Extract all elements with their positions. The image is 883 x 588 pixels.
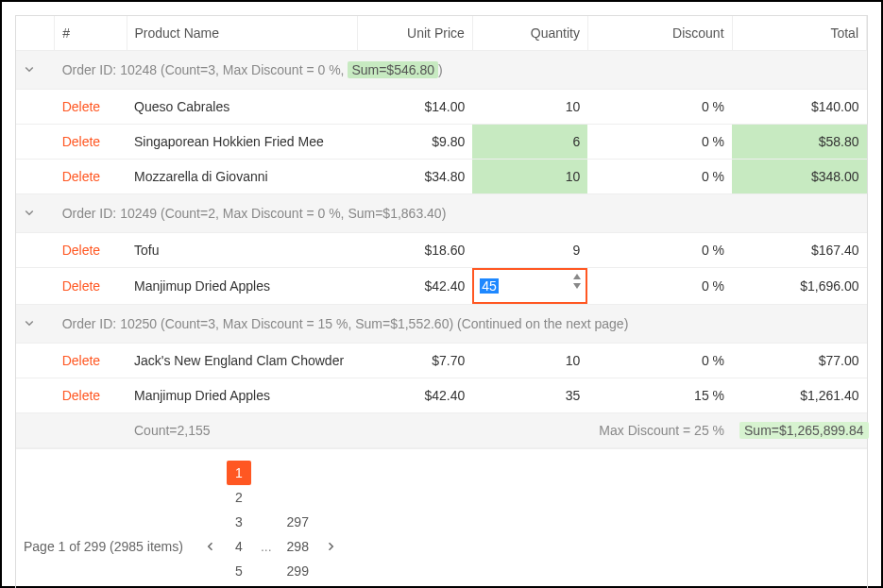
table-row: DeleteTofu$18.6090 %$167.40 bbox=[16, 233, 867, 268]
col-expand-header bbox=[16, 16, 55, 51]
pager-page-3[interactable]: 3 bbox=[227, 510, 251, 534]
total-cell[interactable]: $77.00 bbox=[732, 344, 866, 378]
disc-cell[interactable]: 0 % bbox=[587, 90, 732, 125]
qty-cell[interactable]: 35 bbox=[472, 378, 587, 413]
total-cell[interactable]: $167.40 bbox=[732, 233, 866, 268]
chevron-down-icon bbox=[24, 317, 35, 328]
price-cell[interactable]: $42.40 bbox=[357, 268, 472, 305]
pager-next[interactable] bbox=[318, 534, 343, 559]
delete-link[interactable]: Delete bbox=[62, 169, 100, 184]
delete-cell: Delete bbox=[55, 268, 127, 305]
pager-prev[interactable] bbox=[198, 534, 223, 559]
expand-cell[interactable] bbox=[16, 305, 55, 344]
total-cell[interactable]: $58.80 bbox=[732, 125, 866, 160]
name-cell[interactable]: Mozzarella di Giovanni bbox=[127, 160, 357, 194]
expand-spacer bbox=[16, 344, 55, 378]
col-total-header[interactable]: Total bbox=[732, 16, 866, 51]
summary-row: Count=2,155Max Discount = 25 %Sum=$1,265… bbox=[16, 413, 867, 448]
group-header-row[interactable]: Order ID: 10249 (Count=2, Max Discount =… bbox=[16, 194, 867, 233]
expand-spacer bbox=[16, 233, 55, 268]
col-action-header[interactable]: # bbox=[55, 16, 127, 51]
qty-editor[interactable]: 45 bbox=[472, 268, 587, 304]
summary-sum: Sum=$1,265,899.84 bbox=[739, 422, 869, 439]
pager-page-6[interactable]: 6 bbox=[227, 583, 251, 588]
table-header: # Product Name Unit Price Quantity Disco… bbox=[16, 16, 867, 51]
qty-cell[interactable]: 10 bbox=[472, 160, 587, 194]
delete-cell: Delete bbox=[55, 160, 127, 194]
delete-link[interactable]: Delete bbox=[62, 99, 100, 114]
app-frame: # Product Name Unit Price Quantity Disco… bbox=[0, 0, 883, 588]
group-header-row[interactable]: Order ID: 10248 (Count=3, Max Discount =… bbox=[16, 51, 867, 90]
name-cell[interactable]: Tofu bbox=[127, 233, 357, 268]
group-header-row[interactable]: Order ID: 10250 (Count=3, Max Discount =… bbox=[16, 305, 867, 344]
qty-cell[interactable]: 10 bbox=[472, 344, 587, 378]
disc-cell[interactable]: 0 % bbox=[587, 233, 732, 268]
name-cell[interactable]: Singaporean Hokkien Fried Mee bbox=[127, 125, 357, 160]
expand-spacer bbox=[16, 268, 55, 305]
col-price-header[interactable]: Unit Price bbox=[357, 16, 472, 51]
price-cell[interactable]: $9.80 bbox=[357, 125, 472, 160]
col-disc-header[interactable]: Discount bbox=[587, 16, 732, 51]
price-cell[interactable]: $42.40 bbox=[357, 378, 472, 413]
qty-cell[interactable]: 10 bbox=[472, 90, 587, 125]
chevron-down-icon bbox=[24, 63, 35, 75]
name-cell[interactable]: Manjimup Dried Apples bbox=[127, 378, 357, 413]
disc-cell[interactable]: 0 % bbox=[587, 160, 732, 194]
summary-sum-cell: Sum=$1,265,899.84 bbox=[732, 413, 866, 448]
qty-cell[interactable]: 6 bbox=[472, 125, 587, 160]
table-row: DeleteSingaporean Hokkien Fried Mee$9.80… bbox=[16, 125, 867, 160]
price-cell[interactable]: $18.60 bbox=[357, 233, 472, 268]
disc-cell[interactable]: 0 % bbox=[587, 268, 732, 305]
total-cell[interactable]: $348.00 bbox=[732, 160, 866, 194]
table-row: DeleteQueso Cabrales$14.00100 %$140.00 bbox=[16, 90, 867, 125]
disc-cell[interactable]: 15 % bbox=[587, 378, 732, 413]
qty-cell[interactable]: 9 bbox=[472, 233, 587, 268]
name-cell[interactable]: Manjimup Dried Apples bbox=[127, 268, 357, 305]
pager-ellipsis: ... bbox=[255, 539, 278, 554]
pager-page-5[interactable]: 5 bbox=[227, 559, 251, 583]
table-row: DeleteJack's New England Clam Chowder$7.… bbox=[16, 344, 867, 378]
price-cell[interactable]: $34.80 bbox=[357, 160, 472, 194]
table-row: DeleteManjimup Dried Apples$42.40450 %$1… bbox=[16, 268, 867, 305]
col-name-header[interactable]: Product Name bbox=[127, 16, 357, 51]
pager-page-297[interactable]: 297 bbox=[281, 510, 314, 534]
delete-link[interactable]: Delete bbox=[62, 278, 100, 294]
price-cell[interactable]: $14.00 bbox=[357, 90, 472, 125]
group-sum-highlight: Sum=$546.80 bbox=[348, 61, 438, 78]
pager-page-299[interactable]: 299 bbox=[281, 559, 314, 583]
data-table: # Product Name Unit Price Quantity Disco… bbox=[16, 16, 867, 448]
pager-page-2[interactable]: 2 bbox=[227, 485, 251, 510]
disc-cell[interactable]: 0 % bbox=[587, 125, 732, 160]
qty-editor-cell[interactable]: 45 bbox=[472, 268, 587, 305]
name-cell[interactable]: Queso Cabrales bbox=[127, 90, 357, 125]
pager-page-1[interactable]: 1 bbox=[227, 461, 251, 485]
pager-info: Page 1 of 299 (2985 items) bbox=[24, 539, 183, 554]
group-label: Order ID: 10249 (Count=2, Max Discount =… bbox=[55, 194, 867, 233]
chevron-down-icon bbox=[24, 207, 35, 218]
summary-maxdisc: Max Discount = 25 % bbox=[587, 413, 732, 448]
qty-editor-value[interactable]: 45 bbox=[480, 278, 499, 294]
price-cell[interactable]: $7.70 bbox=[357, 344, 472, 378]
col-qty-header[interactable]: Quantity bbox=[472, 16, 587, 51]
pager-page-298[interactable]: 298 bbox=[281, 534, 314, 559]
spin-down-icon[interactable] bbox=[572, 282, 582, 290]
total-cell[interactable]: $140.00 bbox=[732, 90, 866, 125]
expand-cell[interactable] bbox=[16, 194, 55, 233]
expand-spacer bbox=[16, 90, 55, 125]
name-cell[interactable]: Jack's New England Clam Chowder bbox=[127, 344, 357, 378]
delete-link[interactable]: Delete bbox=[62, 134, 100, 149]
delete-cell: Delete bbox=[55, 90, 127, 125]
disc-cell[interactable]: 0 % bbox=[587, 344, 732, 378]
pager-page-4[interactable]: 4 bbox=[227, 534, 251, 559]
delete-link[interactable]: Delete bbox=[62, 353, 100, 368]
delete-cell: Delete bbox=[55, 378, 127, 413]
total-cell[interactable]: $1,261.40 bbox=[732, 378, 866, 413]
spin-up-icon[interactable] bbox=[572, 273, 582, 280]
pager: Page 1 of 299 (2985 items) 1234567 ... 2… bbox=[16, 448, 867, 588]
table-row: DeleteMozzarella di Giovanni$34.80100 %$… bbox=[16, 160, 867, 194]
total-cell[interactable]: $1,696.00 bbox=[732, 268, 866, 305]
delete-link[interactable]: Delete bbox=[62, 388, 100, 403]
expand-cell[interactable] bbox=[16, 51, 55, 90]
group-label: Order ID: 10250 (Count=3, Max Discount =… bbox=[55, 305, 867, 344]
delete-link[interactable]: Delete bbox=[62, 243, 100, 258]
